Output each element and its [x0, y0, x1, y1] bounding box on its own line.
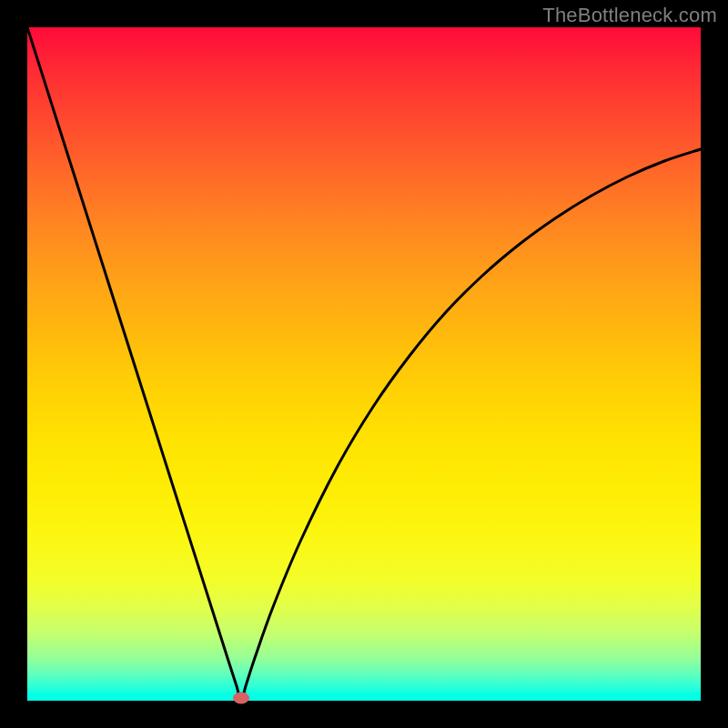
chart-svg	[27, 27, 701, 701]
plot-area	[27, 27, 701, 701]
chart-frame: TheBottleneck.com	[0, 0, 728, 728]
attribution-text: TheBottleneck.com	[542, 4, 717, 27]
notch-marker	[233, 693, 249, 704]
bottleneck-curve	[27, 27, 701, 701]
